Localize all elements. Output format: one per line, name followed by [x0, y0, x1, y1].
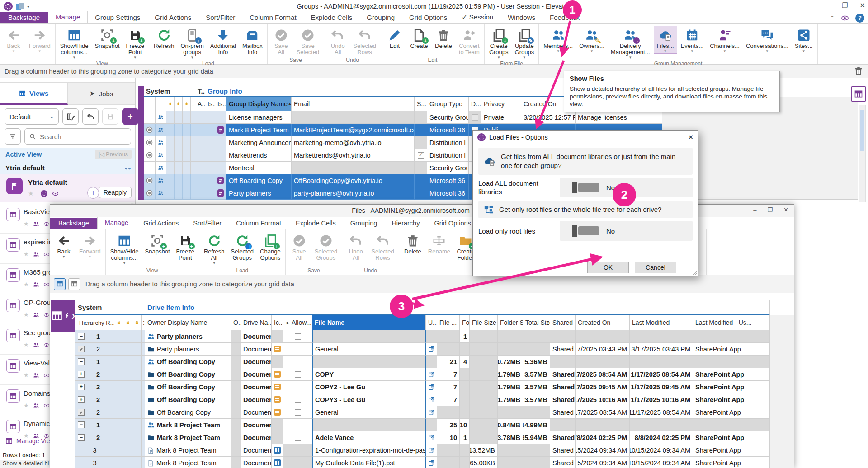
- cell[interactable]: [195, 187, 205, 200]
- cell-total-size[interactable]: 35.94MB: [523, 431, 550, 444]
- cell-file-name[interactable]: Adele Vance: [312, 431, 426, 444]
- cell[interactable]: [132, 406, 142, 419]
- cell-total-size[interactable]: 14.99MB: [523, 419, 550, 431]
- header-a[interactable]: A...: [195, 97, 205, 111]
- groups-tab-feedback[interactable]: Feedback: [542, 12, 587, 23]
- cell-allow-checkbox[interactable]: [283, 381, 312, 393]
- grid-vertical-scrollbar[interactable]: [859, 105, 866, 202]
- header-privacy[interactable]: Privacy: [481, 97, 521, 111]
- help-icon[interactable]: ?: [855, 14, 864, 23]
- collapse-icon[interactable]: −: [78, 358, 85, 365]
- open-file-link-icon[interactable]: [426, 368, 437, 381]
- current-view-card[interactable]: Ytria default ★ i Reapply: [0, 174, 135, 202]
- cell-allow-checkbox[interactable]: [283, 444, 312, 457]
- snapshot-button[interactable]: +Snapshot: [142, 231, 173, 256]
- restore-button[interactable]: ❐: [842, 1, 848, 9]
- freeze-point-button[interactable]: +Freeze Point: [174, 231, 197, 262]
- files-tab-grid-actions[interactable]: Grid Actions: [136, 218, 186, 229]
- collapse-ribbon-icon[interactable]: ⌃: [830, 15, 835, 21]
- cell[interactable]: [205, 149, 215, 162]
- load-all-libraries-toggle[interactable]: [572, 182, 599, 193]
- cell-file-size[interactable]: [470, 356, 498, 368]
- cell-drive-name[interactable]: Documents: [241, 381, 272, 393]
- cell-created-on[interactable]: [576, 356, 630, 368]
- sites-button[interactable]: Sites...▾: [792, 26, 816, 54]
- cell[interactable]: [114, 406, 123, 419]
- cell-file-count[interactable]: 7: [437, 368, 460, 381]
- cell[interactable]: [123, 381, 132, 393]
- cell-folder-size[interactable]: 1.79MB: [498, 368, 523, 381]
- cell-folder-count[interactable]: [460, 457, 470, 468]
- open-file-link-icon[interactable]: [426, 457, 437, 468]
- delete-button[interactable]: Delete: [432, 26, 455, 50]
- cell-folder-count[interactable]: [460, 406, 470, 419]
- cell-last-modified-user[interactable]: [693, 330, 770, 343]
- cell[interactable]: [114, 444, 123, 457]
- list-view-button[interactable]: [68, 278, 80, 290]
- cell-last-modified-user[interactable]: SharePoint App: [693, 343, 770, 356]
- header-u[interactable]: U...: [426, 315, 437, 330]
- cell-folder-size[interactable]: 13.78MB: [498, 431, 523, 444]
- favorite-star-icon[interactable]: ★: [24, 281, 29, 288]
- cell[interactable]: [132, 330, 142, 343]
- expand-icon[interactable]: +: [78, 371, 85, 378]
- cell-shared[interactable]: Shared: [550, 381, 576, 393]
- files-tab-manage[interactable]: Manage: [97, 217, 136, 229]
- cell[interactable]: [175, 174, 183, 187]
- refresh-button[interactable]: Refresh: [151, 26, 177, 50]
- cell-file-size[interactable]: [470, 431, 498, 444]
- cell[interactable]: [205, 136, 215, 149]
- cell-hierarchy[interactable]: 3: [75, 457, 114, 468]
- row-select-radio[interactable]: [144, 162, 156, 174]
- cell-file-count[interactable]: [437, 343, 460, 356]
- header-o[interactable]: O...: [231, 315, 241, 330]
- cell-file-count[interactable]: 7: [437, 393, 460, 406]
- files-tab-sort-filter[interactable]: Sort/Filter: [186, 218, 229, 229]
- cell-drive-type-icon[interactable]: [272, 381, 283, 393]
- manage-views-link[interactable]: Manage Vie: [5, 437, 50, 445]
- cell[interactable]: [114, 419, 123, 431]
- cell[interactable]: [175, 149, 183, 162]
- cell-file-name[interactable]: COPY2 - Lee Gu: [312, 381, 426, 393]
- cell-file-count[interactable]: 25: [437, 419, 460, 431]
- view-search-input[interactable]: [40, 133, 108, 140]
- groups-tab-group-settings[interactable]: Group Settings: [88, 12, 147, 23]
- cell[interactable]: [175, 162, 183, 174]
- cell-total-size[interactable]: 5.36MB: [523, 356, 550, 368]
- resize-grip[interactable]: [693, 271, 697, 275]
- cell-group-type[interactable]: Microsoft 36: [427, 174, 469, 187]
- grid-tools-corner-button[interactable]: ❯: [51, 300, 75, 332]
- members-button[interactable]: Members...▾: [541, 26, 576, 54]
- cell-total-size[interactable]: 3.57MB: [523, 381, 550, 393]
- favorite-star-icon[interactable]: ★: [24, 342, 29, 348]
- cell[interactable]: [195, 111, 205, 124]
- files-minimize-button[interactable]: –: [753, 206, 756, 213]
- lock-icon[interactable]: [183, 97, 191, 111]
- cell-created-on[interactable]: 8/8/2024 02:25 PM: [576, 431, 630, 444]
- cell-o[interactable]: [231, 419, 241, 431]
- cell-group-type[interactable]: Distribution l: [427, 149, 469, 162]
- cell-drive-name[interactable]: Document:: [241, 419, 272, 431]
- cell[interactable]: [132, 356, 142, 368]
- cell-d-checkbox[interactable]: [469, 111, 481, 124]
- cell-file-size[interactable]: 265.00KB: [470, 457, 498, 468]
- cell-drive-name[interactable]: Documents: [241, 457, 272, 468]
- cell-hierarchy[interactable]: −1: [75, 330, 114, 343]
- cell-folder-size[interactable]: [498, 343, 523, 356]
- cell-hierarchy[interactable]: 2: [75, 343, 114, 356]
- cell-drive-type-icon[interactable]: [272, 431, 283, 444]
- cell-group-display-name[interactable]: Party planners: [226, 187, 292, 200]
- header-select[interactable]: [144, 97, 156, 111]
- cell-file-size[interactable]: [470, 368, 498, 381]
- cell-last-modified-user[interactable]: SharePoint App: [693, 431, 770, 444]
- cell-o[interactable]: [231, 356, 241, 368]
- add-view-button[interactable]: +: [122, 108, 138, 125]
- view-info-button[interactable]: i: [87, 187, 99, 199]
- cell-shared[interactable]: Shared: [550, 457, 576, 468]
- cell[interactable]: [123, 343, 132, 356]
- cell[interactable]: [183, 124, 191, 136]
- cell-group-display-name[interactable]: Markettrends: [226, 149, 292, 162]
- lock-icon[interactable]: [114, 315, 123, 330]
- cell[interactable]: [175, 187, 183, 200]
- files-close-button[interactable]: ✕: [783, 206, 788, 213]
